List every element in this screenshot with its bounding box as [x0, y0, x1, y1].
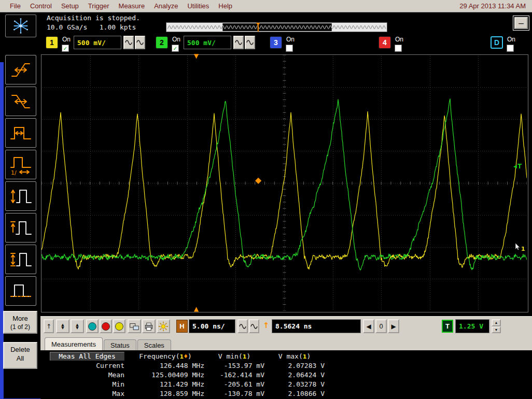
- frequency-icon: 1/: [9, 154, 32, 176]
- horizontal-chip[interactable]: H: [176, 320, 188, 333]
- peak-to-peak-icon: [9, 186, 32, 207]
- tab-measurements[interactable]: Measurements: [45, 337, 103, 350]
- meas-frequency-button[interactable]: 1/: [5, 150, 36, 179]
- amplitude-icon: [9, 249, 32, 270]
- acquisition-preview-bar[interactable]: [166, 22, 387, 32]
- vmax-column-header: V max(1): [264, 352, 325, 360]
- channel-2-waveform-button-1[interactable]: [233, 36, 244, 49]
- channel-1-on-checkbox[interactable]: ✓: [62, 45, 69, 52]
- meas-maximum-button[interactable]: [5, 213, 36, 243]
- measurement-row-min: Min 121.429 MHz -205.61 mV 2.03278 V: [47, 379, 325, 389]
- maximum-icon: [9, 218, 32, 238]
- meas-all-edges-header[interactable]: Meas All Edges: [50, 352, 124, 361]
- timebase-scale-display[interactable]: 5.00 ns/: [189, 319, 235, 333]
- frequency-value: 125.00409 MHz: [127, 371, 204, 379]
- channel-4-on-label: On: [395, 36, 403, 43]
- meas-base-level-button[interactable]: [5, 276, 36, 306]
- print-button[interactable]: [142, 319, 156, 333]
- channel-2-on-checkbox[interactable]: ✓: [172, 45, 179, 52]
- svg-text:1/: 1/: [11, 169, 17, 176]
- position-nudge-button-1[interactable]: ▲▼: [56, 319, 69, 333]
- window-layout-button[interactable]: [128, 319, 141, 333]
- agilent-logo: [5, 15, 36, 37]
- trigger-chip[interactable]: T: [442, 320, 453, 333]
- horizontal-zoom-button-1[interactable]: [237, 319, 248, 333]
- meas-pulse-width-button[interactable]: [5, 118, 36, 148]
- spinner-down-button[interactable]: ▼: [492, 326, 501, 334]
- more-page-label: (1 of 2): [4, 323, 36, 332]
- channel-4-on-checkbox[interactable]: [395, 45, 402, 52]
- more-label: More: [4, 314, 36, 323]
- menu-file[interactable]: File: [5, 1, 25, 11]
- channel-3-button[interactable]: 3: [270, 36, 282, 49]
- channel-3-on-checkbox[interactable]: [286, 45, 293, 52]
- vmax-value: 2.03278 V: [264, 380, 325, 388]
- menu-help[interactable]: Help: [214, 1, 237, 11]
- channel-1-waveform-button-1[interactable]: [123, 36, 134, 49]
- channel-4-button[interactable]: 4: [379, 36, 391, 49]
- datetime-display: 29 Apr 2013 11:34 AM: [459, 2, 527, 10]
- digital-channels-button[interactable]: D: [491, 36, 503, 49]
- trigger-delay-display[interactable]: 8.5624 ns: [272, 319, 361, 333]
- menu-measure[interactable]: Measure: [114, 1, 150, 11]
- marker-c-button[interactable]: [113, 319, 125, 333]
- scroll-up-button[interactable]: ↑: [44, 319, 54, 333]
- waveform-display[interactable]: [41, 55, 527, 311]
- delete-all-button[interactable]: Delete All: [3, 342, 37, 369]
- meas-fall-time-button[interactable]: [5, 87, 36, 116]
- display-brightness-button[interactable]: [157, 319, 170, 333]
- menu-setup[interactable]: Setup: [57, 1, 83, 11]
- minimize-button[interactable]: —: [514, 17, 528, 29]
- channel-2-scale-display[interactable]: 500 mV/: [184, 36, 231, 49]
- left-arrow-icon: ◀: [513, 164, 517, 169]
- delay-left-button[interactable]: ◀: [363, 319, 374, 333]
- measurements-panel: Meas All Edges Frequency(1♦) V min(1) V …: [40, 350, 532, 399]
- measurement-row-max: Max 128.859 MHz -130.78 mV 2.10866 V: [47, 389, 325, 398]
- tab-status[interactable]: Status: [104, 339, 136, 350]
- sine-icon: [124, 38, 133, 47]
- menu-analyze[interactable]: Analyze: [149, 1, 183, 11]
- vmin-value: -162.414 mV: [204, 371, 264, 379]
- channel-1-waveform-button-2[interactable]: [135, 36, 145, 49]
- sine-icon: [239, 323, 247, 330]
- measurement-row-current: Current 126.448 MHz -153.97 mV 2.07283 V: [47, 361, 325, 370]
- memory-depth: 1.00 kpts: [100, 23, 136, 31]
- trigger-level-marker[interactable]: ◀T: [513, 163, 522, 169]
- delay-right-button[interactable]: ▶: [388, 319, 399, 333]
- channel-1-scale-display[interactable]: 500 mV/: [74, 36, 121, 49]
- vmax-value: 2.06424 V: [264, 371, 325, 379]
- meas-rise-time-button[interactable]: [5, 55, 36, 84]
- horizontal-zoom-button-2[interactable]: [249, 319, 259, 333]
- base-level-icon: [9, 281, 32, 302]
- more-measurements-button[interactable]: More (1 of 2): [3, 311, 37, 334]
- menu-control[interactable]: Control: [25, 1, 57, 11]
- channel-1-on-label: On: [62, 36, 71, 43]
- meas-peak-to-peak-button[interactable]: [5, 181, 36, 211]
- vmin-value: -153.97 mV: [204, 362, 264, 369]
- delay-zero-button[interactable]: 0: [375, 319, 387, 333]
- measurements-header-row: Meas All Edges Frequency(1♦) V min(1) V …: [47, 351, 325, 361]
- channel-1-button[interactable]: 1: [46, 36, 58, 49]
- measurement-row-mean: Mean 125.00409 MHz -162.414 mV 2.06424 V: [47, 370, 325, 379]
- trigger-time-marker-bottom[interactable]: ▲: [194, 306, 199, 312]
- trigger-level-display[interactable]: 1.25 V: [455, 319, 489, 333]
- tab-scales[interactable]: Scales: [137, 339, 171, 350]
- vmin-value: -130.78 mV: [204, 390, 264, 397]
- marker-a-button[interactable]: [86, 319, 99, 333]
- menu-trigger[interactable]: Trigger: [83, 1, 114, 11]
- timebase-reference-diamond[interactable]: ◆: [255, 176, 261, 184]
- vmin-column-header: V min(1): [204, 352, 264, 360]
- digital-on-label: On: [507, 36, 515, 43]
- meas-amplitude-button[interactable]: [5, 245, 36, 274]
- menu-utilities[interactable]: Utilities: [183, 1, 214, 11]
- channel-2-button[interactable]: 2: [156, 36, 168, 49]
- trigger-time-marker-top[interactable]: ▼: [194, 53, 199, 59]
- marker-b-button[interactable]: [100, 319, 112, 333]
- ground-channel-number: 1: [521, 246, 525, 252]
- spinner-up-button[interactable]: ▲: [492, 319, 501, 326]
- row-label: Mean: [47, 371, 127, 379]
- row-label: Max: [47, 390, 127, 397]
- position-nudge-button-2[interactable]: ▲▼: [71, 319, 84, 333]
- digital-on-checkbox[interactable]: [507, 45, 514, 52]
- channel-2-waveform-button-2[interactable]: [245, 36, 255, 49]
